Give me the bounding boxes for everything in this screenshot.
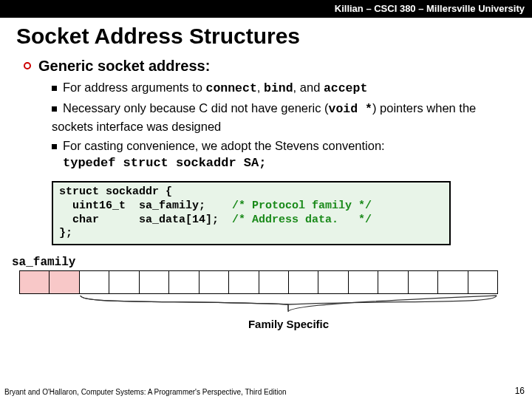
footer-text: Bryant and O'Hallaron, Computer Systems:… <box>4 388 287 396</box>
byte-cell <box>318 271 348 293</box>
byte-cell <box>50 271 79 293</box>
byte-cell <box>229 271 259 293</box>
code-comment: /* Address data. */ <box>232 214 372 226</box>
byte-cell <box>259 271 289 293</box>
text: , <box>257 81 264 94</box>
byte-cell <box>468 271 497 293</box>
byte-cell <box>289 271 318 293</box>
code-line: char sa_data[14]; <box>59 214 232 226</box>
code-line: struct sockaddr { <box>59 185 172 198</box>
header-bar: Killian – CSCI 380 – Millersville Univer… <box>0 0 532 18</box>
bullet-item-1: For address arguments to connect, bind, … <box>52 79 511 97</box>
code-comment: /* Protocol family */ <box>232 200 372 212</box>
code-line: }; <box>59 227 72 239</box>
curly-brace-icon <box>79 294 498 316</box>
byte-cell <box>378 271 408 293</box>
byte-cell <box>169 271 199 293</box>
bullet-item-2: Necessary only because C did not have ge… <box>52 100 511 134</box>
code-inline: typedef struct sockaddr SA; <box>63 156 266 170</box>
bullet-group: For address arguments to connect, bind, … <box>52 79 511 172</box>
square-bullet-icon <box>52 86 57 91</box>
brace-wrap <box>19 294 498 318</box>
circle-bullet-icon <box>24 62 31 69</box>
code-block: struct sockaddr { uint16_t sa_family; /*… <box>52 181 451 245</box>
bullet-item-3: For casting convenience, we adopt the St… <box>52 137 511 172</box>
byte-cell <box>140 271 169 293</box>
byte-diagram <box>19 270 498 294</box>
byte-cell <box>409 271 438 293</box>
square-bullet-icon <box>52 106 57 112</box>
byte-cell <box>200 271 229 293</box>
text: , and <box>293 81 324 94</box>
byte-cell <box>20 271 50 293</box>
byte-cell <box>349 271 378 293</box>
content-area: Generic socket address: For address argu… <box>0 58 532 245</box>
code-inline: bind <box>264 81 293 95</box>
bullet-level1: Generic socket address: <box>21 58 511 75</box>
sa-family-label: sa_family <box>12 256 532 269</box>
code-inline: connect <box>206 81 257 95</box>
byte-cell <box>438 271 468 293</box>
code-inline: void * <box>329 102 372 116</box>
slide-number: 16 <box>515 386 525 396</box>
code-line: uint16_t sa_family; <box>59 200 232 212</box>
byte-cell <box>80 271 109 293</box>
family-specific-label: Family Specific <box>79 318 498 330</box>
level1-text: Generic socket address: <box>38 58 210 75</box>
slide-title: Socket Address Structures <box>0 18 532 53</box>
square-bullet-icon <box>52 144 57 149</box>
text: Necessary only because C did not have ge… <box>63 101 329 115</box>
text: For address arguments to <box>63 81 206 94</box>
code-inline: accept <box>324 81 367 95</box>
byte-cell <box>109 271 139 293</box>
text: For casting convenience, we adopt the St… <box>63 139 385 152</box>
